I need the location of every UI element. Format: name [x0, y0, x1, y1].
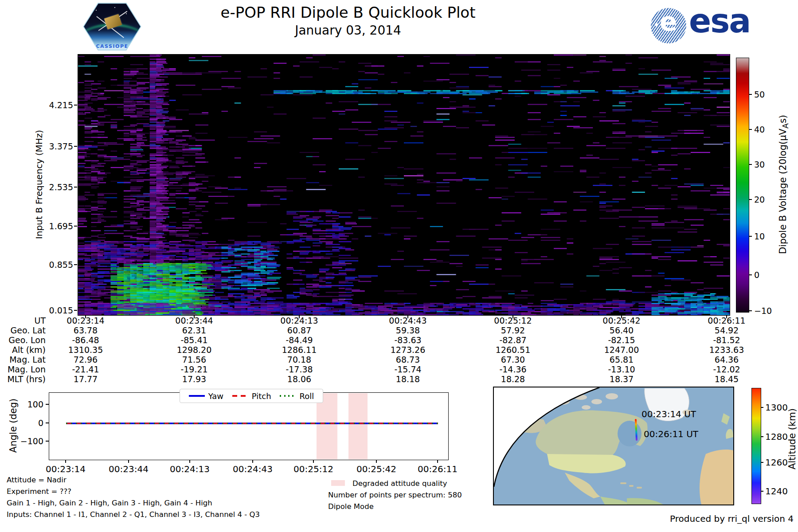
tick-mark [65, 460, 66, 463]
mode-note: Dipole Mode [328, 502, 374, 511]
plot-date: January 03, 2014 [295, 23, 401, 38]
ephemeris-value: -86.48 [50, 335, 121, 345]
ephemeris-value: -82.87 [477, 335, 548, 345]
yaw-line-swatch [189, 395, 205, 397]
tick-mark [46, 422, 49, 423]
ephemeris-value: 65.81 [586, 355, 657, 364]
tick-mark [74, 105, 77, 106]
ephemeris-row-label: Geo. Lon [0, 335, 46, 345]
colorbar-tick: 20 [754, 194, 765, 205]
star-dot [114, 7, 115, 8]
colorbar-tick: 0 [754, 270, 759, 280]
ephemeris-value: -14.36 [477, 364, 548, 374]
tick-mark [74, 187, 77, 188]
ephemeris-value: 18.06 [264, 374, 335, 384]
ephemeris-value: 17.93 [159, 374, 230, 384]
ephemeris-value: 1247.00 [586, 345, 657, 355]
colorbar-tick: 40 [754, 124, 765, 135]
cassiope-logo-art: CASSIOPE [83, 3, 141, 51]
world-map [494, 387, 733, 505]
spectrogram-ytick: 2.535 [42, 182, 73, 192]
attitude-ytick: 0 [17, 418, 43, 428]
experiment-note: Experiment = ??? [7, 487, 71, 496]
colorbar-tick: −10 [754, 305, 772, 316]
ephemeris-value: 18.45 [691, 374, 762, 384]
ephemeris-column: 00:24:43 59.38 -83.63 1273.26 68.73 -15.… [372, 316, 443, 384]
ephemeris-value: -13.10 [586, 364, 657, 374]
tick-mark [74, 146, 77, 147]
ephemeris-value: 18.37 [586, 374, 657, 384]
ephemeris-value: 18.18 [372, 374, 443, 384]
tick-mark [376, 460, 377, 463]
ephemeris-value: 54.92 [691, 325, 762, 335]
degraded-quality-swatch [331, 480, 345, 486]
colorbar-tick: 50 [754, 89, 765, 100]
ephemeris-value: 64.36 [691, 355, 762, 364]
attitude-note: Attitude = Nadir [7, 476, 66, 484]
ephemeris-row-label: Alt (km) [0, 345, 46, 355]
tick-mark [749, 274, 752, 275]
ephemeris-value: -19.21 [159, 364, 230, 374]
legend-entry-pitch: Pitch [232, 391, 271, 401]
colorbar-tick: 10 [754, 231, 765, 242]
ephemeris-row-label: MLT (hrs) [0, 374, 46, 384]
attitude-legend: Yaw Pitch Roll [180, 389, 323, 403]
ephemeris-value: 1310.35 [50, 345, 121, 355]
page-title: e-POP RRI Dipole B Quicklook Plot [221, 4, 476, 21]
tick-mark [749, 310, 752, 311]
tick-mark [749, 236, 752, 237]
ephemeris-value: -83.63 [372, 335, 443, 345]
altitude-colorbar-tick: 1260 [765, 457, 788, 468]
attitude-xtick: 00:26:11 [418, 464, 458, 474]
spectrogram-plot [78, 54, 730, 316]
colorbar-label-prefix: Dipole B Voltage (20log(μV [778, 129, 788, 254]
degraded-quality-label: Degraded attitude quality [352, 479, 447, 488]
ground-track-map: 00:23:14 UT 00:26:11 UT [493, 387, 734, 505]
ephemeris-value: 00:24:43 [372, 316, 443, 325]
attitude-xtick: 00:25:42 [356, 464, 396, 474]
spectrogram-ytick: 3.375 [42, 141, 73, 152]
tick-mark [74, 310, 77, 311]
tick-mark [749, 94, 752, 95]
legend-label: Pitch [252, 391, 271, 401]
ephemeris-value: -85.41 [159, 335, 230, 345]
attitude-ytick: −100 [17, 436, 43, 446]
spectrogram-ytick: 1.695 [42, 221, 73, 231]
ephemeris-column: 00:23:44 62.31 -85.41 1298.20 71.56 -19.… [159, 316, 230, 384]
ephemeris-value: 59.38 [372, 325, 443, 335]
cassiope-logo-label: CASSIOPE [83, 43, 141, 49]
tick-mark [761, 436, 763, 437]
legend-entry-roll: Roll [280, 391, 314, 401]
ephemeris-value: 63.78 [50, 325, 121, 335]
ephemeris-value: 18.28 [477, 374, 548, 384]
ephemeris-value: -81.52 [691, 335, 762, 345]
attitude-xtick: 00:23:14 [46, 464, 86, 474]
tick-mark [46, 404, 49, 405]
attitude-xtick: 00:24:43 [233, 464, 273, 474]
track-start-label: 00:23:14 UT [642, 409, 696, 419]
tick-mark [46, 441, 49, 442]
ephemeris-value: 60.87 [264, 325, 335, 335]
ephemeris-value: 00:24:13 [264, 316, 335, 325]
ephemeris-value: 1273.26 [372, 345, 443, 355]
inputs-note: Inputs: Channel 1 - I1, Channel 2 - Q1, … [7, 510, 260, 519]
altitude-colorbar-tick: 1280 [765, 431, 788, 442]
ephemeris-value: 00:23:44 [159, 316, 230, 325]
ephemeris-row-labels: UT Geo. Lat Geo. Lon Alt (km) Mag. Lat M… [0, 316, 46, 384]
legend-label: Yaw [208, 391, 223, 401]
ephemeris-row-label: Geo. Lat [0, 325, 46, 335]
ephemeris-value: 17.77 [50, 374, 121, 384]
tick-mark [313, 460, 314, 463]
ephemeris-row-label: UT [0, 316, 46, 325]
attitude-xtick: 00:25:12 [293, 464, 333, 474]
altitude-colorbar-tick: 1240 [765, 486, 788, 497]
tick-mark [761, 462, 763, 463]
ephemeris-value: 00:25:12 [477, 316, 548, 325]
ephemeris-row-label: Mag. Lat [0, 355, 46, 364]
ephemeris-value: 1286.11 [264, 345, 335, 355]
colorbar-label-suffix: s) [778, 115, 788, 123]
tick-mark [252, 460, 253, 463]
attitude-ytick: 100 [17, 399, 43, 410]
spectrogram-ytick: 4.215 [42, 100, 73, 110]
spectrogram-ytick: 0.855 [42, 259, 73, 270]
